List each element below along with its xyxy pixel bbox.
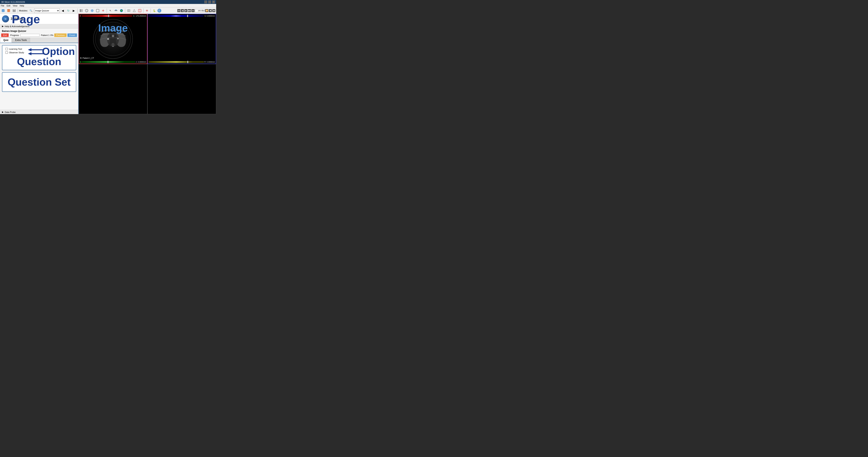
module-selector: Modules: 🔍 Image Quizzer Welcome to Slic…: [19, 8, 76, 13]
module-dropdown[interactable]: Image Quizzer Welcome to Slicer Data Vol…: [34, 8, 60, 13]
previous-button[interactable]: Previous: [54, 33, 67, 37]
svg-point-11: [91, 9, 94, 12]
view-pane-bottom-left[interactable]: [79, 64, 147, 114]
slice-value-y: R: 0.0000mm: [205, 61, 215, 63]
data-probe[interactable]: ▶ Data Probe: [0, 110, 78, 114]
fps-input[interactable]: 100.0fps: [195, 9, 205, 12]
maximize-button[interactable]: □: [208, 1, 211, 3]
color-icon[interactable]: [119, 8, 124, 13]
slice-value-g: A: 0.0000mm: [135, 61, 146, 63]
loop-button[interactable]: 🔁: [205, 9, 208, 12]
markup-icon[interactable]: [95, 8, 100, 13]
module-search-icon[interactable]: 🔍: [29, 8, 33, 13]
learning-tool-checkbox[interactable]: [5, 48, 8, 50]
ruler-icon[interactable]: ✛: [145, 8, 149, 13]
volume-icon[interactable]: [90, 8, 95, 13]
module-back-icon[interactable]: ◀: [61, 8, 65, 13]
layout-icon[interactable]: [79, 8, 84, 13]
data-probe-label: Data Probe: [5, 111, 16, 113]
menu-help[interactable]: Help: [20, 4, 24, 7]
modules-label: Modules:: [19, 9, 28, 12]
3d-icon[interactable]: [84, 8, 89, 13]
svg-point-17: [128, 10, 129, 11]
observer-study-label: Observer Study: [9, 51, 24, 54]
window-title: 3D Slicer 4.11.20210226: [1, 1, 25, 3]
slicer-header: 3D 3DSlicer: [0, 14, 78, 24]
data-icon[interactable]: D: [1, 8, 5, 13]
progress-bar: [21, 34, 39, 36]
finish-button[interactable]: Finish: [67, 33, 77, 37]
module-reload-icon[interactable]: ↻: [66, 8, 71, 13]
observer-study-checkbox[interactable]: [5, 51, 8, 54]
close-button[interactable]: ✕: [212, 1, 215, 3]
progress-label: Progress: [10, 34, 19, 36]
svg-point-29: [107, 38, 109, 40]
svg-text:DCM: DCM: [7, 10, 10, 11]
play-button[interactable]: ▶: [184, 9, 187, 12]
save-icon[interactable]: [12, 8, 17, 13]
playback-controls: ⏮ ◀ ▶ ▶▶ ⏭ 100.0fps 🔁 ⏺ ⏹: [177, 9, 215, 12]
menu-edit[interactable]: Edit: [7, 4, 10, 7]
svg-point-31: [112, 35, 114, 37]
svg-rect-7: [80, 9, 81, 12]
python-icon[interactable]: 🐍: [152, 8, 157, 13]
learning-tool-label: Learning Tool: [9, 48, 22, 50]
cursor-icon[interactable]: ↖: [108, 8, 113, 13]
minimize-button[interactable]: ─: [205, 1, 207, 3]
segmentation-icon[interactable]: [132, 8, 136, 13]
help-expand-icon: ▶: [2, 25, 3, 28]
empty-view-footer: R: 0.0000mm: [148, 60, 216, 63]
view-pane-empty-top[interactable]: S: 0.0000mm R: 0.0000mm: [147, 14, 216, 64]
transform-icon[interactable]: [137, 8, 142, 13]
record-button[interactable]: ⏺: [209, 9, 212, 12]
patient-ct-label: B: Patient 1_CT: [80, 57, 94, 59]
svg-text:🐍: 🐍: [153, 9, 156, 12]
window-level-icon[interactable]: [114, 8, 118, 13]
svg-point-10: [86, 9, 87, 12]
menu-file[interactable]: File: [1, 4, 4, 7]
ct-view-header: R S: -175.2500mm: [79, 14, 147, 18]
capture-icon[interactable]: [126, 8, 131, 13]
crosshair-icon[interactable]: ✛: [101, 8, 105, 13]
exit-button[interactable]: Exit: [1, 33, 9, 37]
tab-quiz[interactable]: Quiz: [0, 38, 12, 43]
toolbar: D DCM Modules: 🔍 Image Quizzer Welcome t…: [0, 7, 216, 14]
view-pane-ct[interactable]: R S: -175.2500mm Image: [79, 14, 147, 64]
image-views: R S: -175.2500mm Image: [79, 14, 216, 114]
view-pane-bottom-right[interactable]: [147, 64, 216, 114]
right-panel: R S: -175.2500mm Image: [79, 14, 216, 114]
dcm-icon[interactable]: DCM: [6, 8, 11, 13]
ct-image-container: Image: [79, 18, 147, 60]
ext-manager-icon[interactable]: E: [157, 9, 161, 12]
patient-label: Patient 1: [41, 34, 50, 36]
svg-text:D: D: [3, 10, 4, 12]
menu-view[interactable]: View: [13, 4, 18, 7]
svg-point-9: [85, 9, 88, 12]
skip-start-button[interactable]: ⏮: [177, 9, 180, 12]
next-frame-button[interactable]: ▶▶: [188, 9, 191, 12]
svg-point-30: [117, 38, 119, 39]
left-panel: 3D 3DSlicer Page ▶ Help & Acknowledgemen…: [0, 14, 79, 114]
question-big-text: Question: [5, 56, 73, 67]
quizzer-title: Baines Image Quizzer: [0, 29, 78, 33]
control-bar: Exit Progress Patient 1 0% Previous Fini…: [0, 33, 78, 38]
module-forward-icon[interactable]: ▶: [71, 8, 76, 13]
svg-marker-23: [28, 48, 31, 51]
svg-rect-8: [81, 9, 83, 12]
logo-text: 3D: [4, 18, 6, 20]
svg-rect-6: [13, 10, 15, 12]
arrow-decoration: [28, 48, 45, 57]
menu-bar: File Edit View Help: [0, 4, 216, 7]
help-section[interactable]: ▶ Help & Acknowledgement: [0, 24, 78, 29]
svg-point-15: [120, 9, 123, 12]
svg-marker-24: [28, 52, 31, 55]
main-layout: 3D 3DSlicer Page ▶ Help & Acknowledgemen…: [0, 14, 216, 114]
skip-end-button[interactable]: ⏭: [191, 9, 194, 12]
slice-value-empty: S: 0.0000mm: [205, 15, 215, 17]
prev-frame-button[interactable]: ◀: [181, 9, 184, 12]
svg-rect-13: [115, 10, 117, 11]
ct-scan-image: [91, 17, 134, 61]
slicer-logo: 3D: [2, 15, 9, 22]
record-stop-button[interactable]: ⏹: [212, 9, 215, 12]
tab-extra-tools[interactable]: Extra Tools: [12, 38, 30, 43]
